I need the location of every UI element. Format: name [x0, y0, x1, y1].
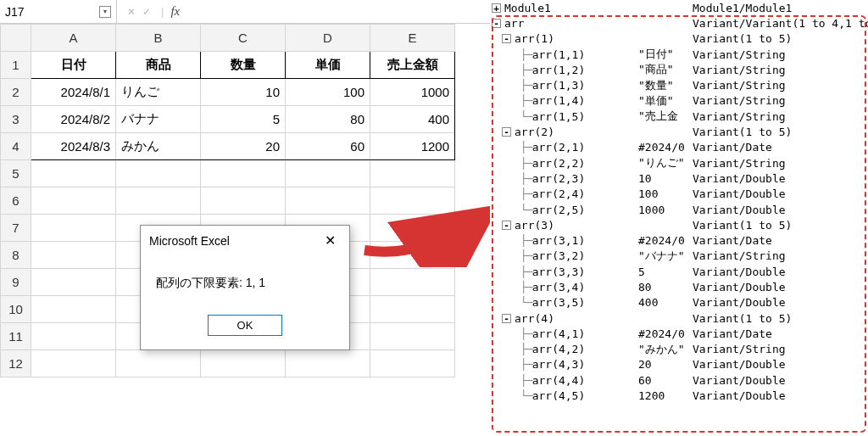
cell[interactable]: 2024/8/2 [31, 106, 116, 133]
watch-row[interactable]: ├─ arr(4,1)#2024/0Variant/Date [490, 326, 868, 341]
cell[interactable] [286, 187, 370, 215]
watch-row[interactable]: ├─ arr(2,2)"りんご"Variant/String [490, 155, 868, 170]
cell[interactable] [31, 323, 116, 350]
watch-row[interactable]: -arr(3)Variant(1 to 5) [490, 217, 868, 232]
cell[interactable] [370, 323, 455, 350]
cell[interactable]: 2024/8/1 [31, 79, 116, 106]
watch-row[interactable]: ├─ arr(2,4)100Variant/Double [490, 187, 868, 202]
cell[interactable] [370, 350, 455, 377]
watch-row[interactable]: +Module1Module1/Module1 [490, 0, 868, 15]
row-header[interactable]: 7 [1, 215, 31, 242]
collapse-icon[interactable]: - [502, 314, 511, 323]
cell[interactable] [370, 269, 455, 296]
watch-row[interactable]: -arr(1)Variant(1 to 5) [490, 31, 868, 47]
cell[interactable] [370, 296, 455, 323]
row-header[interactable]: 10 [1, 296, 31, 323]
collapse-icon[interactable]: - [502, 34, 511, 43]
col-header[interactable]: E [370, 25, 455, 52]
cell[interactable]: 商品 [116, 52, 201, 79]
watch-row[interactable]: ├─ arr(4,2)"みかん"Variant/String [490, 342, 868, 357]
cell[interactable]: 数量 [201, 52, 286, 79]
row-header[interactable]: 5 [1, 160, 31, 187]
cell[interactable]: 日付 [31, 52, 116, 79]
cell[interactable]: 1200 [370, 133, 455, 160]
cell[interactable] [286, 160, 370, 187]
watch-row[interactable]: ├─ arr(2,3)10Variant/Double [490, 170, 868, 186]
cell[interactable]: 2024/8/3 [31, 133, 116, 160]
fx-icon[interactable]: fx [170, 4, 180, 19]
name-box[interactable]: J17 ▾ [0, 0, 117, 23]
watch-row[interactable]: └─ arr(1,5)"売上金Variant/String [490, 109, 868, 124]
row-header[interactable]: 9 [1, 269, 31, 296]
watch-row[interactable]: ├─ arr(3,3)5Variant/Double [490, 264, 868, 279]
cell[interactable]: 単価 [286, 52, 370, 79]
collapse-icon[interactable]: - [502, 221, 511, 230]
collapse-icon[interactable]: - [502, 127, 511, 137]
cell[interactable] [370, 160, 455, 187]
cell[interactable] [286, 350, 370, 377]
close-icon[interactable]: ✕ [320, 232, 341, 249]
row-header[interactable]: 6 [1, 187, 31, 215]
col-header[interactable]: B [116, 25, 201, 52]
cell[interactable]: 20 [201, 133, 286, 160]
cell[interactable]: 1000 [370, 79, 455, 106]
watch-row[interactable]: └─ arr(2,5)1000Variant/Double [490, 202, 868, 217]
watch-row[interactable]: ├─ arr(1,3)"数量"Variant/String [490, 77, 868, 92]
name-box-dropdown-icon[interactable]: ▾ [99, 6, 111, 18]
watch-row[interactable]: ├─ arr(3,2)"バナナ"Variant/String [490, 249, 868, 264]
watch-row[interactable]: -arr(2)Variant(1 to 5) [490, 124, 868, 139]
cell[interactable] [31, 160, 116, 187]
cell[interactable] [31, 269, 116, 296]
cell[interactable]: りんご [116, 79, 201, 106]
watch-row[interactable]: ├─ arr(1,2)"商品"Variant/String [490, 62, 868, 77]
cell[interactable] [31, 215, 116, 242]
cell[interactable] [116, 187, 201, 215]
cell[interactable]: 60 [286, 133, 370, 160]
cell[interactable] [31, 350, 116, 377]
watch-row[interactable]: -arrVariant/Variant(1 to 4,1 to 5 [490, 15, 868, 31]
cell[interactable] [116, 160, 201, 187]
col-header[interactable]: A [31, 25, 116, 52]
cell[interactable] [201, 350, 286, 377]
expand-icon[interactable]: + [492, 3, 501, 13]
cell[interactable] [31, 242, 116, 269]
watch-row[interactable]: └─ arr(3,5)400Variant/Double [490, 295, 868, 310]
select-all-corner[interactable] [1, 25, 31, 52]
watch-row[interactable]: ├─ arr(4,4)60Variant/Double [490, 372, 868, 388]
watch-row[interactable]: ├─ arr(4,3)20Variant/Double [490, 357, 868, 372]
row-header[interactable]: 4 [1, 133, 31, 160]
collapse-icon[interactable]: - [492, 19, 501, 28]
cell[interactable]: バナナ [116, 106, 201, 133]
row-header[interactable]: 12 [1, 350, 31, 377]
cell[interactable]: みかん [116, 133, 201, 160]
watch-row[interactable]: ├─ arr(1,1)"日付"Variant/String [490, 47, 868, 62]
cell[interactable] [31, 296, 116, 323]
cell[interactable] [201, 187, 286, 215]
cell[interactable]: 400 [370, 106, 455, 133]
cell[interactable] [116, 350, 201, 377]
col-header[interactable]: D [286, 25, 370, 52]
row-header[interactable]: 11 [1, 323, 31, 350]
watch-row[interactable]: ├─ arr(3,1)#2024/0Variant/Date [490, 232, 868, 248]
row-header[interactable]: 3 [1, 106, 31, 133]
cell[interactable]: 80 [286, 106, 370, 133]
cell[interactable] [370, 215, 455, 242]
cell[interactable]: 売上金額 [370, 52, 455, 79]
watch-row[interactable]: └─ arr(4,5)1200Variant/Double [490, 388, 868, 403]
formula-bar[interactable]: ✕ ✓ | fx [117, 0, 186, 23]
watch-row[interactable]: -arr(4)Variant(1 to 5) [490, 310, 868, 326]
col-header[interactable]: C [201, 25, 286, 52]
cell[interactable]: 10 [201, 79, 286, 106]
row-header[interactable]: 2 [1, 79, 31, 106]
watch-row[interactable]: ├─ arr(2,1)#2024/0Variant/Date [490, 140, 868, 155]
cell[interactable]: 5 [201, 106, 286, 133]
cell[interactable] [201, 160, 286, 187]
row-header[interactable]: 1 [1, 52, 31, 79]
cell[interactable]: 100 [286, 79, 370, 106]
watch-row[interactable]: ├─ arr(1,4)"単価"Variant/String [490, 93, 868, 109]
cell[interactable] [370, 242, 455, 269]
cell[interactable] [370, 187, 455, 215]
ok-button[interactable]: OK [208, 315, 283, 336]
cell[interactable] [31, 187, 116, 215]
row-header[interactable]: 8 [1, 242, 31, 269]
